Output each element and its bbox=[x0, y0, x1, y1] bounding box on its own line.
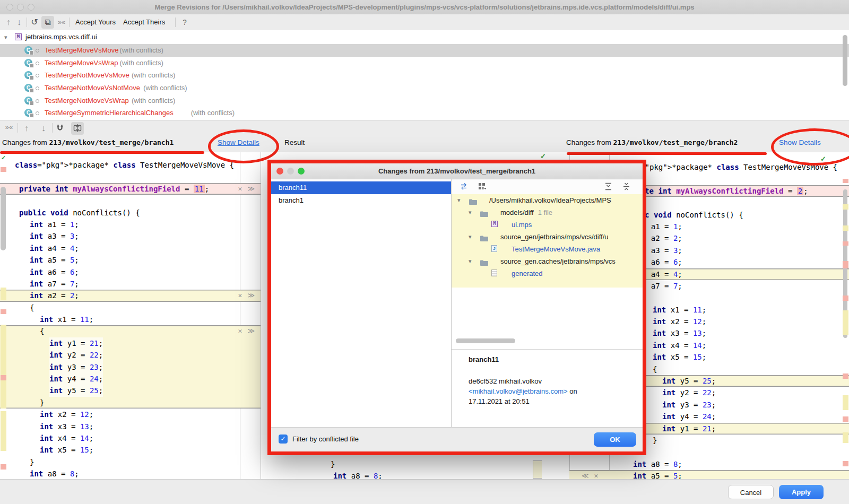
code-text: int y5 = 25; bbox=[49, 385, 103, 396]
show-details-link-right[interactable]: Show Details bbox=[779, 138, 821, 146]
filter-by-conflicted-checkbox[interactable]: ✓ bbox=[279, 435, 288, 444]
code-line: int a4 = 4; bbox=[0, 242, 261, 254]
conflict-item-suffix: (with conflicts) bbox=[191, 107, 235, 119]
generated-file-icon bbox=[491, 270, 497, 276]
model-name: jetbrains.mps.vcs.diff.ui bbox=[25, 30, 97, 44]
ignore-change-button[interactable]: ✕ bbox=[594, 470, 599, 479]
horizontal-scrollbar-thumb[interactable] bbox=[456, 338, 515, 343]
class-concept-icon: C bbox=[24, 109, 32, 117]
code-line: public void noConflicts() { bbox=[0, 207, 261, 219]
diff-stripe-marker bbox=[1, 464, 6, 470]
folder-icon bbox=[480, 208, 488, 219]
java-file-icon: J bbox=[491, 245, 497, 252]
apply-change-button[interactable]: ≪ bbox=[582, 470, 589, 479]
chevron-down-icon[interactable]: ▾ bbox=[457, 194, 461, 206]
apply-change-button[interactable]: ≫ bbox=[247, 290, 255, 301]
code-line: int a8 = 8; bbox=[0, 468, 261, 479]
diff-stripe-marker bbox=[1, 309, 6, 314]
change-actions: ✕≫ bbox=[236, 325, 257, 337]
tree-scrollbar-thumb[interactable] bbox=[843, 35, 847, 86]
diff-stripe-marker bbox=[1, 167, 6, 172]
vcs-conflicts-tree: ▾ M jetbrains.mps.vcs.diff.ui CTestMerge… bbox=[0, 30, 849, 120]
expand-all-icon[interactable] bbox=[604, 183, 612, 193]
show-details-link-left[interactable]: Show Details bbox=[218, 138, 259, 146]
code-text: int a3 = 3; bbox=[30, 230, 79, 242]
dialog-tree-item[interactable]: ▾/Users/mikhail.volkov/IdeaProjects/MPS bbox=[452, 194, 643, 206]
branch-list-item[interactable]: branch1 bbox=[271, 194, 451, 207]
vcs-tree-root[interactable]: ▾ M jetbrains.mps.vcs.diff.ui bbox=[0, 30, 849, 44]
code-line: int y2 = 22; bbox=[0, 349, 261, 361]
window-title: Merge Revisions for /Users/mikhail.volko… bbox=[0, 0, 849, 14]
next-change-icon[interactable]: ↓ bbox=[39, 120, 48, 136]
sync-scrolling-icon[interactable] bbox=[71, 122, 84, 135]
code-text: int x4 = 14; bbox=[40, 432, 93, 444]
author-email-link[interactable]: <mikhail.volkov@jetbrains.com> bbox=[469, 387, 568, 395]
dialog-tree-item[interactable]: JTestMergeMoveVsMove.java bbox=[452, 243, 643, 255]
ignore-change-button[interactable]: ✕ bbox=[238, 290, 242, 301]
collapse-unchanged-icon[interactable]: »« bbox=[56, 14, 67, 30]
pane-divider bbox=[261, 152, 261, 479]
previous-conflict-icon[interactable]: ↑ bbox=[4, 14, 13, 30]
code-line: private int myAlwaysConflictingField = 1… bbox=[0, 183, 261, 195]
scrollbar-thumb[interactable] bbox=[1, 187, 6, 250]
branch-list-item[interactable]: branch11 bbox=[271, 181, 451, 194]
code-line: int y3 = 23; bbox=[0, 361, 261, 373]
diff-stripe-marker bbox=[1, 288, 6, 300]
apply-change-button[interactable]: ≫ bbox=[247, 183, 255, 195]
code-line: int a8 = 8; bbox=[569, 458, 849, 470]
ignore-change-button[interactable]: ✕ bbox=[238, 325, 242, 337]
chevron-down-icon[interactable]: ▾ bbox=[469, 206, 472, 219]
group-by-icon[interactable] bbox=[478, 183, 487, 193]
ignore-change-button[interactable]: ✕ bbox=[238, 183, 242, 195]
accept-theirs-button[interactable]: Accept Theirs bbox=[121, 14, 167, 30]
code-text bbox=[15, 171, 19, 183]
help-icon[interactable]: ? bbox=[180, 14, 189, 30]
mps-model-icon: M bbox=[15, 33, 22, 40]
accept-yours-button[interactable]: Accept Yours bbox=[73, 14, 118, 30]
vcs-tree-item[interactable]: CTestMergeNotMoveVsWrap (with conflicts) bbox=[0, 94, 849, 107]
vcs-tree-item[interactable]: CTestMergeMoveVsWrap (with conflicts) bbox=[0, 57, 849, 69]
class-concept-icon: C bbox=[24, 71, 32, 79]
apply-change-button[interactable]: ≫ bbox=[247, 325, 255, 337]
vcs-tree-item[interactable]: CTestMergeNotMoveVsMove (with conflicts) bbox=[0, 69, 849, 82]
code-text: int x5 = 15; bbox=[40, 444, 93, 456]
chevron-down-icon[interactable]: ▾ bbox=[469, 255, 472, 267]
code-text: int a8 = 8; bbox=[30, 468, 79, 479]
apply-button[interactable]: Apply bbox=[779, 485, 824, 499]
dialog-tree-item[interactable]: ▾source_gen.caches/jetbrains/mps/vcs bbox=[452, 255, 643, 267]
code-text: int y1 = 21; bbox=[49, 337, 103, 349]
dialog-tree-item[interactable]: ▾models/diff1 file bbox=[452, 206, 643, 219]
undo-icon[interactable]: ↺ bbox=[30, 14, 39, 30]
cancel-button[interactable]: Cancel bbox=[728, 485, 774, 499]
dialog-tree-item[interactable]: generated bbox=[452, 267, 643, 280]
collapse-all-icon[interactable]: »« bbox=[3, 119, 15, 135]
dialog-tree-item[interactable]: Mui.mps bbox=[452, 219, 643, 231]
vcs-tree-item[interactable]: CTestMergeNotMoveVsNotMove (with conflic… bbox=[0, 82, 849, 94]
commit-title: branch11 bbox=[469, 355, 638, 363]
change-actions: ≪✕ bbox=[579, 470, 601, 479]
next-conflict-icon[interactable]: ↓ bbox=[15, 14, 23, 30]
conflict-item-name: TestMergeMoveVsWrap bbox=[45, 57, 118, 69]
vcs-tree-item[interactable]: CTestMergeMoveVsMove (with conflicts) bbox=[0, 44, 849, 57]
code-text: { bbox=[30, 302, 34, 314]
chevron-down-icon[interactable]: ▾ bbox=[469, 231, 472, 243]
duplicate-icon[interactable]: ⧉ bbox=[41, 16, 54, 29]
previous-change-icon[interactable]: ↑ bbox=[22, 120, 31, 136]
diff-stripe-marker bbox=[843, 310, 848, 335]
toolbar-separator bbox=[18, 123, 18, 133]
vcs-tree-item[interactable]: CTestMergeSymmetricHierarchicalChanges (… bbox=[0, 107, 849, 119]
code-text: int a5 = 5; bbox=[30, 254, 79, 266]
swap-diff-arrows-icon[interactable] bbox=[459, 183, 469, 193]
code-text: private int myAlwaysConflictingField = 2… bbox=[622, 185, 808, 197]
magnet-icon[interactable] bbox=[56, 124, 64, 134]
code-text: int y2 = 22; bbox=[662, 387, 716, 398]
modifier-dot-icon bbox=[36, 86, 39, 90]
chevron-down-icon[interactable]: ▾ bbox=[4, 30, 7, 44]
pane-headers: Changes from 213/mvolkov/test_merge/bran… bbox=[0, 136, 849, 152]
toolbar-separator bbox=[175, 18, 176, 27]
code-text: int y3 = 23; bbox=[662, 399, 716, 411]
dialog-tree-item[interactable]: ▾source_gen/jetbrains/mps/vcs/diff/u bbox=[452, 231, 643, 243]
ok-button[interactable]: OK bbox=[594, 432, 636, 447]
code-line: int x3 = 13; bbox=[0, 421, 261, 432]
collapse-all-icon[interactable] bbox=[622, 183, 630, 193]
